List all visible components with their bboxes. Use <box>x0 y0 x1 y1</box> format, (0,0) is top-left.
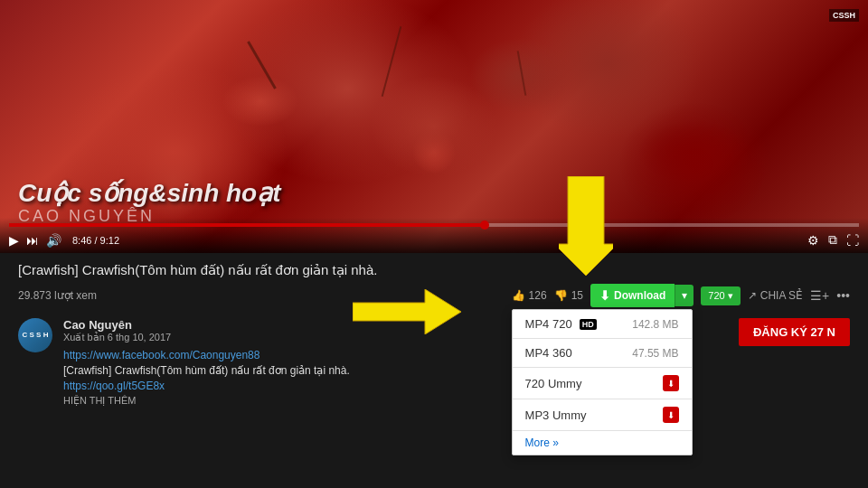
chevron-down-icon: ▾ <box>682 289 687 302</box>
download-label: Download <box>614 289 665 302</box>
dislike-count: 15 <box>571 289 583 302</box>
add-to-playlist-button[interactable]: ☰+ <box>810 288 829 303</box>
subscribe-button[interactable]: ĐĂNG KÝ 27 N <box>739 318 850 346</box>
like-button[interactable]: 👍 126 <box>512 289 547 302</box>
video-meta-row: 29.873 lượt xem 👍 126 👎 15 ⬇ Download <box>18 284 850 307</box>
progress-dot <box>480 221 489 230</box>
fullscreen-button[interactable]: ⛶ <box>846 233 859 248</box>
video-player[interactable]: Cuộc sống&sinh hoạt cao nguyên CSSH ▶ ⏭ … <box>0 0 868 253</box>
dislike-button[interactable]: 👎 15 <box>554 289 583 302</box>
like-count: 126 <box>529 289 547 302</box>
mp4-720-size: 142.8 MB <box>632 318 678 331</box>
download-dropdown-menu: MP4 720 HD 142.8 MB MP4 360 47.55 MB <box>512 309 693 455</box>
watermark: CSSH <box>829 9 859 22</box>
share-label: CHIA SẺ <box>760 289 803 302</box>
channel-row: C S S H Cao Nguyên Xuất bản 6 thg 10, 20… <box>18 318 850 407</box>
mp3-ummy-download-icon[interactable]: ⬇ <box>663 407 679 423</box>
download-main-button[interactable]: ⬇ Download <box>590 284 675 307</box>
progress-fill <box>9 223 485 227</box>
dropdown-item-mp3-ummy[interactable]: MP3 Ummy ⬇ <box>513 399 692 430</box>
more-options-button[interactable]: ••• <box>836 288 850 303</box>
download-dropdown-button[interactable]: ▾ <box>675 285 693 306</box>
time-display: 8:46 / 9:12 <box>72 235 119 246</box>
dropdown-item-720-ummy[interactable]: 720 Ummy ⬇ <box>513 368 692 399</box>
more-link[interactable]: More » <box>513 431 692 455</box>
hd-badge: HD <box>580 319 597 330</box>
download-arrow-icon: ⬇ <box>599 288 610 303</box>
720-ummy-label: 720 Ummy <box>525 377 582 390</box>
thumbdown-icon: 👎 <box>554 289 568 302</box>
video-controls: ▶ ⏭ 🔊 8:46 / 9:12 ⚙ ⧉ ⛶ <box>0 218 868 253</box>
video-title: [Crawfish] Crawfish(Tôm hùm đất) nấu rất… <box>18 262 850 278</box>
video-overlay-title: Cuộc sống&sinh hoạt <box>18 178 281 208</box>
mp4-720-label: MP4 720 <box>525 317 572 331</box>
dropdown-item-mp4-360[interactable]: MP4 360 47.55 MB <box>513 339 692 367</box>
quality-badge[interactable]: 720 ▾ <box>701 286 740 305</box>
mp4-360-size: 47.55 MB <box>632 347 678 360</box>
action-buttons: 👍 126 👎 15 ⬇ Download ▾ <box>512 284 850 307</box>
settings-button[interactable]: ⚙ <box>807 233 819 248</box>
share-button[interactable]: ↗ CHIA SẺ <box>748 289 803 302</box>
next-button[interactable]: ⏭ <box>26 233 39 248</box>
download-button-group[interactable]: ⬇ Download ▾ <box>590 284 693 307</box>
thumbup-icon: 👍 <box>512 289 525 302</box>
mp4-360-label: MP4 360 <box>525 346 572 360</box>
page-wrapper: Cuộc sống&sinh hoạt cao nguyên CSSH ▶ ⏭ … <box>0 0 868 488</box>
view-count: 29.873 lượt xem <box>18 289 97 302</box>
content-area: [Crawfish] Crawfish(Tôm hùm đất) nấu rất… <box>0 253 868 488</box>
share-icon: ↗ <box>748 289 757 302</box>
720-ummy-download-icon[interactable]: ⬇ <box>663 375 679 391</box>
dropdown-item-mp4-720[interactable]: MP4 720 HD 142.8 MB <box>513 310 692 338</box>
playlist-icon: ☰+ <box>810 288 829 303</box>
volume-button[interactable]: 🔊 <box>46 233 61 248</box>
ellipsis-icon: ••• <box>836 288 850 303</box>
channel-avatar[interactable]: C S S H <box>18 318 52 352</box>
miniplayer-button[interactable]: ⧉ <box>828 232 837 248</box>
play-button[interactable]: ▶ <box>9 233 19 248</box>
mp3-ummy-label: MP3 Ummy <box>525 408 587 422</box>
progress-bar[interactable] <box>9 223 859 227</box>
